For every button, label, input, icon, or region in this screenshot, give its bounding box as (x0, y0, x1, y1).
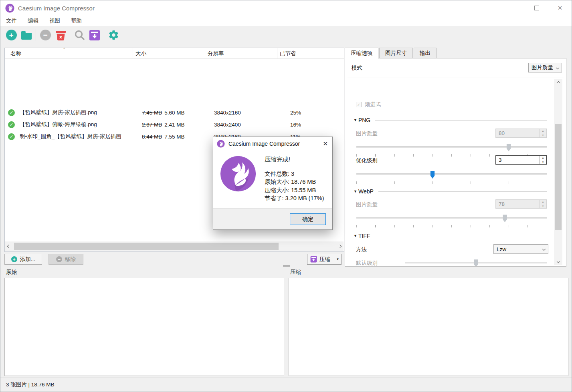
dialog-line-compressed-size: 压缩大小: 15.55 MB (265, 186, 324, 194)
vertical-scrollbar[interactable] (554, 79, 562, 265)
compress-button[interactable]: 压缩 (307, 254, 334, 264)
remove-icon: − (40, 30, 51, 40)
menu-bar: 文件 编辑 视图 帮助 (0, 16, 572, 26)
column-header-name[interactable]: 名称 ^ (5, 48, 133, 58)
menu-edit[interactable]: 编辑 (28, 17, 38, 24)
add-files-button[interactable]: + (4, 28, 19, 43)
remove-button[interactable]: − 移除 (49, 254, 83, 265)
table-row[interactable]: ✓ 【哲风壁纸】厨房-家居插画.png 7.45 MB 5.60 MB 3840… (5, 107, 344, 119)
menu-help[interactable]: 帮助 (71, 17, 82, 24)
horizontal-scrollbar[interactable] (5, 241, 344, 251)
mode-select[interactable]: 图片质量 (528, 63, 562, 72)
tiff-level-label: 默认级别 (356, 259, 378, 266)
scroll-up-icon[interactable] (554, 79, 562, 86)
mode-label: 模式 (352, 64, 362, 72)
options-scroll-area: ✓ 渐进式 ▼ PNG 图片质量 80 ▲▼ (346, 78, 566, 266)
window-title: Caesium Image Compressor (18, 5, 95, 12)
dialog-line-saved: 节省了: 3.20 MB (17%) (265, 194, 324, 202)
tab-compression-options[interactable]: 压缩选项 (345, 48, 378, 58)
compress-toolbar-button[interactable] (87, 28, 102, 43)
spin-up-icon: ▲ (540, 156, 546, 160)
add-button[interactable]: + 添加... (4, 254, 42, 265)
app-logo-large-icon (220, 155, 257, 192)
tiff-method-label: 方法 (356, 246, 367, 253)
options-panel: 压缩选项 图片尺寸 输出 模式 图片质量 ✓ 渐进式 ▼ PNG (345, 48, 566, 267)
close-button[interactable]: ✕ (548, 0, 572, 16)
new-size: 7.55 MB (164, 134, 184, 140)
menu-file[interactable]: 文件 (6, 17, 17, 24)
scroll-down-icon[interactable] (554, 258, 562, 265)
checkbox-checked-disabled-icon[interactable]: ✓ (356, 102, 362, 107)
png-level-slider[interactable] (356, 171, 547, 185)
saved-percent: 25% (277, 110, 344, 116)
remove-icon: − (56, 256, 62, 262)
svg-text:x: x (59, 34, 62, 40)
settings-button[interactable] (106, 28, 121, 43)
tiff-level-slider[interactable] (405, 259, 547, 266)
app-logo-icon (217, 140, 225, 148)
add-icon: + (11, 256, 17, 262)
png-quality-spinbox[interactable]: 80 ▲▼ (495, 129, 547, 138)
collapse-triangle-icon: ▼ (354, 234, 357, 238)
png-level-label: 优化级别 (356, 157, 378, 164)
dialog-footer: 确定 (213, 208, 332, 229)
original-preview-label: 原始 (6, 269, 17, 276)
png-section-header[interactable]: ▼ PNG (354, 117, 547, 123)
tiff-section-header[interactable]: ▼ TIFF (354, 233, 547, 239)
dialog-close-button[interactable]: ✕ (323, 140, 328, 147)
slider-handle[interactable] (431, 171, 435, 179)
spin-up-icon: ▲ (540, 200, 546, 204)
compress-dropdown-button[interactable]: ▼ (334, 254, 341, 264)
preview-button[interactable] (72, 28, 87, 43)
app-window: Caesium Image Compressor — ✕ 文件 编辑 视图 帮助… (0, 0, 572, 392)
scrollbar-thumb[interactable] (14, 243, 279, 250)
tab-output[interactable]: 输出 (414, 48, 437, 58)
trash-icon: x (55, 30, 66, 41)
tab-image-size[interactable]: 图片尺寸 (379, 48, 413, 58)
gear-icon (108, 29, 119, 41)
slider-handle[interactable] (474, 259, 478, 266)
webp-section-header[interactable]: ▼ WebP (354, 188, 547, 195)
dialog-message: 压缩完成! (265, 156, 290, 163)
png-level-spinbox[interactable]: 3 ▲▼ (495, 155, 547, 165)
menu-view[interactable]: 视图 (49, 17, 60, 24)
scroll-right-icon[interactable] (336, 241, 344, 251)
column-header-resolution[interactable]: 分辨率 (205, 48, 277, 58)
check-circle-icon: ✓ (8, 109, 15, 116)
sort-ascending-icon: ^ (63, 47, 65, 52)
file-name: 【哲风壁纸】俯瞰-海岸绿植.png (20, 121, 97, 128)
table-row[interactable]: ✓ 【哲风壁纸】俯瞰-海岸绿植.png 2.87 MB 2.41 MB 3840… (5, 119, 344, 131)
original-preview-pane (4, 278, 284, 376)
scrollbar-thumb[interactable] (555, 124, 562, 230)
slider-handle[interactable] (507, 144, 511, 151)
app-logo-icon (5, 4, 14, 13)
resolution: 3840x2160 (205, 110, 277, 116)
chevron-down-icon (542, 247, 546, 251)
ok-button[interactable]: 确定 (290, 213, 326, 225)
minimize-button[interactable]: — (502, 0, 525, 16)
splitter-handle[interactable] (283, 265, 290, 267)
search-icon (74, 30, 85, 40)
old-size: 8.44 MB (142, 134, 162, 140)
column-header-saved[interactable]: 已节省 (277, 48, 344, 58)
slider-handle[interactable] (503, 215, 507, 222)
check-circle-icon: ✓ (8, 121, 15, 128)
compressed-preview-label: 压缩 (290, 269, 301, 276)
tiff-method-select[interactable]: Lzw (493, 244, 548, 254)
toolbar: + − x (0, 26, 572, 44)
compressed-preview-pane (289, 278, 568, 376)
webp-quality-label: 图片质量 (356, 201, 378, 208)
scroll-left-icon[interactable] (5, 241, 12, 251)
tab-bar: 压缩选项 图片尺寸 输出 (345, 48, 437, 58)
clear-list-button[interactable]: x (53, 28, 68, 43)
status-bar: 3 张图片 | 18.76 MB (0, 378, 572, 392)
compress-split-button: 压缩 ▼ (307, 254, 342, 265)
webp-quality-spinbox[interactable]: 78 ▲▼ (495, 199, 547, 209)
webp-quality-slider[interactable] (356, 215, 547, 228)
file-name: 【哲风壁纸】厨房-家居插画.png (20, 109, 97, 116)
maximize-button[interactable] (525, 0, 548, 16)
remove-file-button[interactable]: − (38, 28, 53, 43)
folder-icon (20, 30, 32, 40)
column-header-size[interactable]: 大小 (133, 48, 205, 58)
open-folder-button[interactable] (19, 28, 34, 43)
